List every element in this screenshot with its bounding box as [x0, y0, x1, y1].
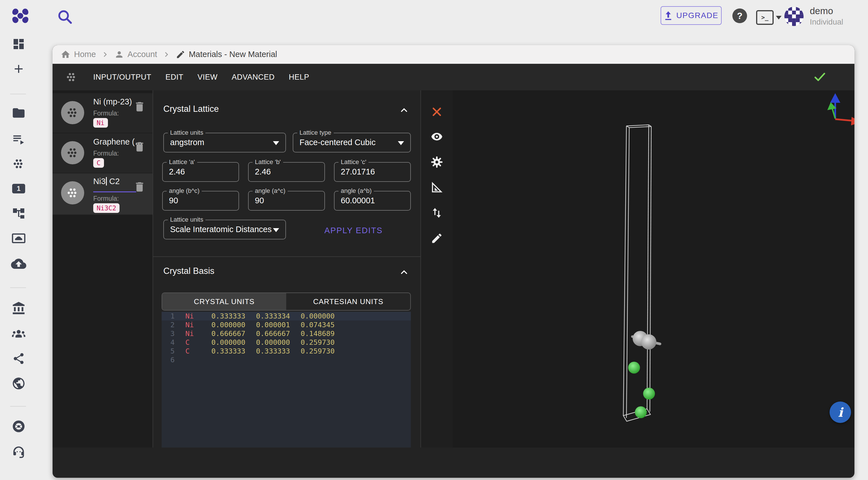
- sidebar-item-organization[interactable]: [11, 301, 27, 316]
- info-icon: i: [838, 405, 843, 419]
- lattice-units-select[interactable]: Lattice units angstrom: [163, 133, 286, 152]
- lattice-a-input[interactable]: Lattice 'a' 2.46: [162, 162, 239, 182]
- lattice-b-input[interactable]: Lattice 'b' 2.46: [248, 162, 325, 182]
- material-item-ni3c2[interactable]: Ni3 C2 Formula: Ni3C2: [53, 173, 153, 215]
- collapse-chevron-icon[interactable]: [399, 267, 409, 277]
- upgrade-button[interactable]: UPGRADE: [661, 6, 722, 25]
- user-avatar[interactable]: [784, 7, 804, 26]
- atoms-cluster-icon: [11, 157, 26, 171]
- breadcrumb-home[interactable]: Home: [60, 49, 96, 60]
- material-item-ni[interactable]: Ni (mp-23) Formula: Ni: [53, 93, 153, 133]
- mat3ra-logo-icon[interactable]: [10, 6, 31, 26]
- top-bar: UPGRADE ? >_ demo Individual: [0, 0, 868, 34]
- sidebar-item-files[interactable]: [11, 105, 27, 121]
- angle-ab-input[interactable]: angle (a^b) 60.00001: [334, 191, 411, 211]
- sidebar-item-media[interactable]: [11, 230, 27, 246]
- sidebar-item-contact-support[interactable]: [11, 444, 27, 460]
- menu-edit[interactable]: EDIT: [165, 71, 184, 84]
- help-button[interactable]: ?: [733, 8, 747, 23]
- pencil-icon: [176, 50, 185, 59]
- material-avatar: [61, 181, 84, 204]
- lattice-c-input[interactable]: Lattice 'c' 27.01716: [334, 162, 411, 182]
- sidebar-item-workflows[interactable]: [11, 206, 27, 221]
- breadcrumb-current: Materials - New Material: [176, 50, 277, 59]
- identicon: [784, 7, 804, 26]
- breadcrumb-current-label: Materials - New Material: [189, 50, 277, 59]
- delete-icon[interactable]: [133, 181, 146, 193]
- code-line[interactable]: 5 C 0.333333 0.333333 0.259730: [162, 347, 411, 355]
- angle-ac-input[interactable]: angle (a^c) 90: [248, 191, 325, 211]
- materials-designer-app: UPGRADE ? >_ demo Individual: [0, 0, 868, 480]
- plus-icon: [12, 62, 25, 76]
- upgrade-label: UPGRADE: [676, 11, 718, 20]
- breadcrumb-account-label: Account: [127, 50, 157, 59]
- left-sidebar: 1: [0, 34, 37, 480]
- save-check-icon[interactable]: [813, 70, 827, 84]
- material-formula-badge: C: [93, 158, 104, 168]
- basis-code-editor[interactable]: 1 Ni 0.333333 0.333334 0.000000 2 Ni 0.0…: [162, 312, 411, 448]
- sidebar-item-dashboard[interactable]: [11, 36, 27, 52]
- delete-icon[interactable]: [133, 101, 146, 113]
- media-card-icon: [11, 231, 26, 246]
- apply-edits-button[interactable]: APPLY EDITS: [319, 222, 388, 239]
- section-divider: [153, 256, 421, 257]
- code-line[interactable]: 2 Ni 0.000000 0.000001 0.074345: [162, 320, 411, 329]
- angle-bc-input[interactable]: angle (b^c) 90: [162, 191, 239, 211]
- breadcrumb-home-label: Home: [74, 50, 96, 59]
- breadcrumb-account[interactable]: Account: [115, 50, 157, 59]
- menu-input-output[interactable]: INPUT/OUTPUT: [93, 71, 152, 84]
- tab-cartesian-units[interactable]: CARTESIAN UNITS: [286, 293, 410, 310]
- console-menu-button[interactable]: >_: [756, 10, 781, 25]
- home-icon: [60, 49, 71, 60]
- cloud-upload-icon: [11, 256, 26, 271]
- sidebar-item-new[interactable]: [11, 61, 27, 77]
- menu-advanced[interactable]: ADVANCED: [231, 71, 275, 84]
- code-line[interactable]: 3 Ni 0.666667 0.666667 0.148689: [162, 329, 411, 338]
- chevron-down-icon: [273, 141, 279, 145]
- scale-distances-select[interactable]: Lattice units Scale Interatomic Distance…: [163, 220, 286, 239]
- delete-icon[interactable]: [133, 141, 146, 153]
- code-line[interactable]: 1 Ni 0.333333 0.333334 0.000000: [162, 312, 411, 320]
- search-icon[interactable]: [56, 8, 73, 25]
- code-line[interactable]: 4 C 0.000000 0.000000 0.259730: [162, 338, 411, 347]
- collapse-chevron-icon[interactable]: [399, 105, 409, 115]
- menu-help[interactable]: HELP: [288, 71, 310, 84]
- lattice-type-select[interactable]: Lattice type Face-centered Cubic: [293, 133, 411, 152]
- sidebar-item-share[interactable]: [11, 351, 27, 367]
- sidebar-item-jobs[interactable]: [11, 131, 27, 147]
- info-button[interactable]: i: [830, 402, 851, 423]
- material-formula-badge: Ni: [93, 118, 108, 128]
- sidebar-item-materials[interactable]: [11, 156, 27, 172]
- share-icon: [12, 352, 25, 365]
- dashboard-icon: [12, 37, 25, 51]
- people-icon: [11, 326, 26, 341]
- upload-icon: [664, 11, 673, 20]
- material-name-input[interactable]: Ni3 C2: [93, 177, 120, 186]
- chevron-right-icon: [162, 50, 170, 59]
- help-icon: ?: [737, 11, 743, 21]
- crystal-scene[interactable]: [421, 90, 855, 448]
- sidebar-item-support-wheel[interactable]: [11, 418, 27, 434]
- sidebar-divider: [10, 406, 26, 407]
- user-plan: Individual: [810, 18, 843, 27]
- material-formula-label: Formula:: [93, 109, 119, 117]
- sidebar-item-team[interactable]: [11, 326, 27, 342]
- chevron-right-icon: [101, 50, 110, 59]
- material-formula-label: Formula:: [93, 150, 119, 157]
- tab-crystal-units[interactable]: CRYSTAL UNITS: [162, 293, 286, 310]
- sidebar-item-cloud-upload[interactable]: [11, 256, 27, 272]
- sidebar-item-web[interactable]: [11, 376, 27, 391]
- material-formula-badge: Ni3C2: [93, 203, 120, 213]
- sidebar-divider: [10, 287, 26, 288]
- material-item-graphene[interactable]: Graphene (… Formula: C: [53, 133, 153, 173]
- axes-widget: [827, 93, 855, 125]
- three-d-viewer[interactable]: i: [421, 90, 855, 448]
- menu-view[interactable]: VIEW: [197, 71, 218, 84]
- crystal-basis-title: Crystal Basis: [163, 266, 214, 276]
- atoms-cluster-icon: [65, 71, 78, 83]
- sidebar-item-bank[interactable]: 1: [11, 181, 27, 197]
- user-name[interactable]: demo: [810, 6, 833, 16]
- code-line[interactable]: 6: [162, 355, 411, 364]
- chevron-down-icon: [398, 141, 404, 145]
- bank-icon: [11, 301, 26, 315]
